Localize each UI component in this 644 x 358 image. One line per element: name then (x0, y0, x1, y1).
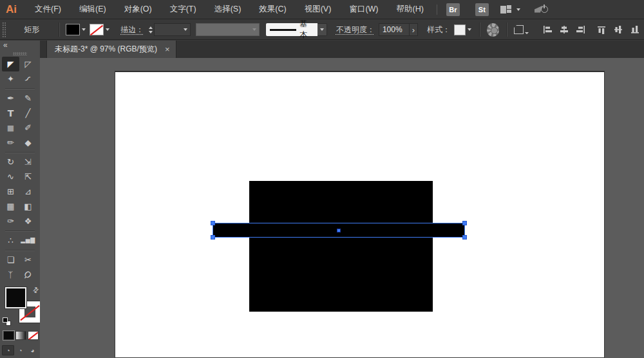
fill-color-swatch[interactable] (66, 24, 80, 35)
type-tool[interactable]: T (2, 106, 19, 120)
rectangle-tool[interactable]: ■ (2, 120, 19, 135)
menu-bar: Ai 文件(F)编辑(E)对象(O)文字(T)选择(S)效果(C)视图(V)窗口… (0, 0, 644, 19)
opacity-input[interactable]: 100% (379, 23, 410, 36)
fill-chevron-icon[interactable] (82, 28, 86, 31)
stepper-up-icon[interactable] (149, 26, 153, 29)
swap-fill-stroke-icon[interactable]: ⇄ (31, 285, 41, 296)
document-tab[interactable]: 未标题-3* @ 97% (RGB/预览) × (46, 41, 176, 58)
gpu-performance-icon[interactable] (535, 4, 549, 15)
magic-wand-tool[interactable]: ✦ (2, 71, 19, 86)
selection-tool[interactable]: ◤ (2, 57, 19, 71)
style-swatch[interactable] (454, 24, 466, 35)
blend-tool[interactable]: ❖ (19, 214, 37, 229)
shape-builder-tool[interactable]: ⊞ (2, 184, 19, 199)
draw-behind-button[interactable]: ◔ (14, 345, 26, 355)
rotate-tool[interactable]: ↻ (2, 155, 19, 169)
selection-handle-bottom-right[interactable] (462, 235, 467, 240)
tools-panel-grip[interactable] (13, 52, 27, 55)
selection-handle-top-right[interactable] (462, 221, 467, 225)
stroke-chevron-icon[interactable] (106, 28, 109, 31)
menu-item[interactable]: 文字(T) (161, 0, 205, 19)
direct-selection-tool[interactable]: ◸ (19, 57, 37, 71)
selection-handle-bottom-left[interactable] (211, 235, 215, 240)
gradient-button[interactable] (15, 331, 26, 340)
selection-center-point[interactable] (337, 229, 341, 232)
stroke-none-swatch[interactable] (90, 24, 104, 35)
paintbrush-tool[interactable]: ✐ (19, 120, 37, 135)
fill-color-control[interactable] (66, 24, 86, 35)
menu-item[interactable]: 对象(O) (115, 0, 161, 19)
mesh-tool[interactable]: ▦ (2, 199, 19, 214)
control-bar-grip[interactable] (2, 22, 6, 37)
mesh-tool-icon: ▦ (6, 202, 14, 211)
brush-chevron-icon (320, 28, 324, 31)
menu-item[interactable]: 帮助(H) (388, 0, 433, 19)
divider (479, 23, 480, 37)
draw-normal-button[interactable]: ◔ (2, 345, 14, 355)
column-graph-tool[interactable]: ▂▅▇ (19, 233, 37, 248)
stroke-weight-label[interactable]: 描边： (120, 24, 144, 35)
draw-inside-button[interactable]: ◕ (26, 345, 39, 355)
free-transform-tool[interactable]: ⇱ (19, 169, 37, 184)
menu-item[interactable]: 视图(V) (296, 0, 341, 19)
align-center-horizontal-icon[interactable] (559, 25, 569, 34)
line-segment-tool[interactable]: ╱ (19, 106, 37, 120)
color-button[interactable] (3, 331, 14, 340)
shape-builder-tool-icon: ⊞ (7, 187, 14, 196)
eraser-tool[interactable]: ◆ (19, 135, 37, 150)
opacity-expand-button[interactable]: › (410, 23, 419, 36)
curvature-tool[interactable]: ✎ (19, 91, 37, 106)
symbol-sprayer-tool[interactable]: ∴ (2, 233, 19, 248)
align-center-vertical-icon[interactable] (614, 25, 624, 34)
menu-item[interactable]: 选择(S) (205, 0, 251, 19)
eyedropper-tool[interactable]: ✑ (2, 214, 19, 229)
menu-item[interactable]: 效果(C) (250, 0, 295, 19)
scale-tool[interactable]: ⇲ (19, 155, 37, 169)
menu-item[interactable]: 编辑(E) (70, 0, 115, 19)
menu-item[interactable]: 文件(F) (26, 0, 70, 19)
pencil-tool[interactable]: ✏ (2, 135, 19, 150)
tab-close-icon[interactable]: × (165, 44, 170, 54)
opacity-label[interactable]: 不透明度： (336, 24, 375, 35)
align-left-icon[interactable] (542, 25, 553, 34)
hand-tool[interactable]: ᛉ (2, 267, 19, 282)
fill-indicator[interactable] (5, 287, 26, 308)
width-profile-chevron-icon (252, 28, 256, 31)
symbol-sprayer-tool-icon: ∴ (8, 236, 13, 245)
selection-handle-top-left[interactable] (211, 221, 215, 225)
zoom-tool[interactable]: Ϙ (19, 267, 37, 282)
tools-separator (5, 152, 35, 153)
stroke-weight-dropdown[interactable] (154, 23, 191, 36)
slice-tool[interactable]: ✂ (19, 252, 37, 267)
none-button[interactable] (28, 331, 39, 340)
align-group (539, 25, 644, 34)
document-setup-control[interactable] (514, 25, 529, 34)
perspective-grid-tool[interactable]: ⊿ (19, 184, 37, 199)
stroke-weight-stepper[interactable] (149, 26, 153, 33)
brush-chevron-button[interactable] (317, 23, 327, 36)
stock-button[interactable]: St (475, 3, 489, 16)
menu-item[interactable]: 窗口(W) (340, 0, 387, 19)
lasso-tool[interactable]: ∽ (19, 71, 37, 86)
bridge-button[interactable]: Br (446, 3, 460, 16)
stroke-color-control[interactable] (90, 24, 109, 35)
workspace-switcher-icon[interactable] (500, 5, 511, 14)
width-tool[interactable]: ∿ (2, 169, 19, 184)
default-fill-stroke-icon[interactable] (3, 317, 11, 326)
line-segment-tool-icon: ╱ (26, 109, 31, 117)
align-top-icon[interactable] (597, 25, 607, 34)
stepper-down-icon[interactable] (149, 31, 153, 33)
recolor-artwork-icon[interactable] (487, 23, 499, 37)
gradient-tool[interactable]: ◧ (19, 199, 37, 214)
artboard[interactable] (115, 71, 605, 358)
pen-tool[interactable]: ✒ (2, 91, 19, 106)
canvas[interactable] (40, 58, 644, 358)
tools-collapse-button[interactable]: « (0, 41, 40, 50)
align-right-icon[interactable] (576, 25, 586, 34)
workspace-chevron-icon[interactable] (516, 8, 520, 11)
align-bottom-icon[interactable] (630, 25, 641, 34)
artboard-tool[interactable]: ❏ (2, 252, 19, 267)
style-chevron-icon[interactable] (468, 28, 471, 31)
black-rectangle-shape[interactable] (249, 181, 433, 312)
brush-definition-dropdown[interactable]: 基本 (266, 23, 317, 36)
